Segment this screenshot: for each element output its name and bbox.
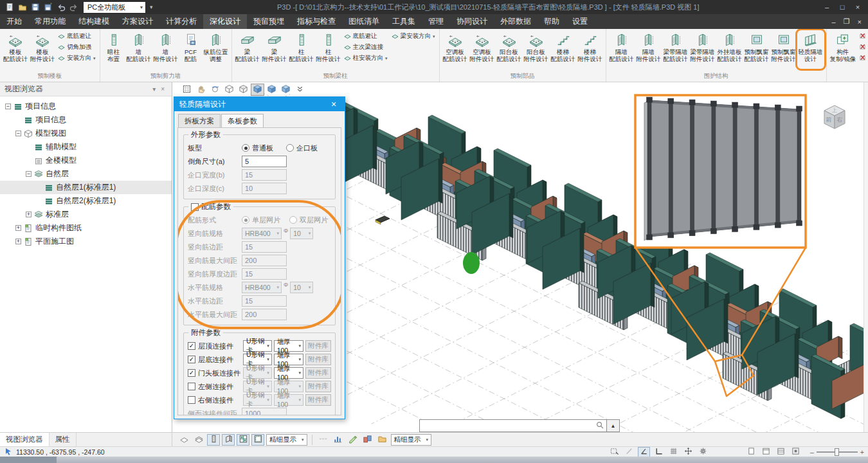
shaded-cube-button[interactable] bbox=[251, 84, 264, 96]
zoom-slider[interactable] bbox=[817, 451, 858, 453]
ribbon-tab-工具集[interactable]: 工具集 bbox=[386, 14, 422, 29]
left-connector-thickness-select[interactable]: 墙厚100▾ bbox=[274, 381, 303, 392]
tree-item-自然层1(标准层1)[interactable]: 自然层1(标准层1) bbox=[0, 181, 172, 194]
command-search-input[interactable] bbox=[422, 422, 595, 430]
fit-view-button[interactable] bbox=[790, 448, 801, 457]
minimize-button[interactable]: – bbox=[819, 3, 835, 11]
tree-item-模型视图[interactable]: −模型视图 bbox=[0, 127, 172, 140]
panel-grid-display-button[interactable] bbox=[237, 434, 249, 446]
tab-panel-params[interactable]: 条板参数 bbox=[221, 114, 264, 127]
ribbon-tab-设置[interactable]: 设置 bbox=[566, 14, 594, 29]
partition-rebar-design-button[interactable]: 隔墙配筋设计 bbox=[608, 30, 635, 71]
longitudinal-rebar-adjust-button[interactable]: 纵筋位置调整 bbox=[203, 30, 230, 71]
v-rebar-dia-select[interactable]: 10▾ bbox=[290, 228, 313, 239]
grid-snap-button[interactable] bbox=[668, 448, 679, 457]
chamfer-size-input[interactable]: 5 bbox=[242, 156, 287, 167]
zoom-out-button[interactable]: – bbox=[810, 448, 814, 456]
doc-minimize-button[interactable]: – bbox=[832, 18, 836, 26]
hiddenline-cube-button[interactable] bbox=[237, 84, 250, 96]
slab-rebar-design-button[interactable]: 楼板配筋设计 bbox=[2, 30, 29, 71]
zoom-extents-button[interactable] bbox=[180, 84, 194, 96]
tree-expander-icon[interactable]: + bbox=[26, 212, 32, 217]
stair-attachment-design-button[interactable]: 楼梯附件设计 bbox=[577, 30, 604, 71]
ribbon-tab-管理[interactable]: 管理 bbox=[422, 14, 450, 29]
line-snap-button[interactable] bbox=[624, 448, 635, 457]
ribbon-tab-指标与检查[interactable]: 指标与检查 bbox=[291, 14, 342, 29]
collapse-up-button[interactable]: ▲ bbox=[607, 419, 620, 432]
hidden-column-layout-button[interactable]: 暗柱布置 bbox=[102, 30, 125, 71]
tab-split-scheme[interactable]: 拆板方案 bbox=[178, 114, 221, 127]
dialog-titlebar[interactable]: 轻质隔墙设计 × bbox=[174, 97, 345, 111]
ribbon-tab-帮助[interactable]: 帮助 bbox=[538, 14, 566, 29]
bay-window-rebar-design-button[interactable]: 预制飘窗配筋设计 bbox=[743, 30, 770, 71]
bay-window-attachment-design-button[interactable]: 预制飘窗附件设计 bbox=[770, 30, 797, 71]
shaded-edges-cube-button[interactable] bbox=[265, 84, 278, 96]
panel-close-icon[interactable]: × bbox=[158, 86, 167, 93]
profile-select[interactable]: PC全功能板 ▾ bbox=[84, 2, 145, 13]
tree-item-项目信息[interactable]: −项目信息 bbox=[0, 100, 172, 113]
ribbon-tab-常用功能[interactable]: 常用功能 bbox=[28, 14, 72, 29]
save-icon[interactable] bbox=[30, 3, 40, 12]
floor-connector-checkbox[interactable]: ✓ bbox=[188, 356, 195, 363]
install-direction-button[interactable]: 安装方向▾ bbox=[58, 54, 96, 62]
ac-slab-attachment-design-button[interactable]: 空调板附件设计 bbox=[469, 30, 496, 71]
right-connector-checkbox[interactable] bbox=[188, 396, 195, 404]
stair-rebar-design-button[interactable]: 楼梯配筋设计 bbox=[550, 30, 577, 71]
v-rebar-max-input[interactable]: 200 bbox=[242, 255, 287, 266]
balcony-slab-rebar-design-button[interactable]: 阳台板配筋设计 bbox=[496, 30, 523, 71]
radio-normal-plate[interactable] bbox=[242, 144, 249, 152]
pcf-rebar-button[interactable]: PCF配筋 bbox=[179, 30, 203, 71]
v-rebar-thick-input[interactable]: 15 bbox=[242, 268, 287, 280]
list-view-button[interactable] bbox=[775, 448, 786, 457]
doc-restore-button[interactable]: ❐ bbox=[844, 17, 850, 26]
v-rebar-grade-select[interactable]: HRB400▾ bbox=[242, 228, 282, 239]
ribbon-tab-开始[interactable]: 开始 bbox=[0, 14, 28, 29]
zoom-slider-handle[interactable] bbox=[835, 448, 839, 456]
right-connector-library-button[interactable]: 附件库 bbox=[305, 394, 331, 406]
balcony-slab-attachment-design-button[interactable]: 阳台板附件设计 bbox=[523, 30, 550, 71]
beam-attachment-design-button[interactable]: 梁附件设计 bbox=[261, 30, 288, 71]
lightweight-partition-design-button[interactable]: 轻质隔墙设计 bbox=[797, 30, 824, 71]
tree-item-全楼模型[interactable]: 全楼模型 bbox=[0, 154, 172, 167]
new-view-button[interactable] bbox=[746, 448, 757, 457]
tree-item-标准层[interactable]: +标准层 bbox=[0, 208, 172, 221]
tree-expander-icon[interactable]: + bbox=[15, 239, 21, 244]
wall-rebar-design-button[interactable]: 墙配筋设计 bbox=[125, 30, 152, 71]
section-line-display-button[interactable] bbox=[317, 434, 330, 446]
pan-button[interactable] bbox=[194, 84, 208, 96]
door-head-connector-thickness-select[interactable]: 墙厚100▾ bbox=[274, 367, 303, 379]
left-connector-checkbox[interactable] bbox=[188, 383, 195, 390]
panel-frame-display-button[interactable] bbox=[251, 434, 264, 446]
undo-icon[interactable] bbox=[56, 3, 66, 12]
h-rebar-grade-select[interactable]: HRB400▾ bbox=[242, 282, 282, 293]
tree-expander-icon[interactable]: − bbox=[26, 171, 32, 177]
panel-pin-icon[interactable]: ▾ bbox=[150, 86, 158, 93]
angle-snap-button[interactable] bbox=[638, 448, 649, 457]
beam-partition-attachment-design-button[interactable]: 梁带隔墙附件设计 bbox=[689, 30, 716, 71]
cladding-panel-rebar-design-button[interactable]: 外挂墙板配筋设计 bbox=[716, 30, 743, 71]
tree-expander-icon[interactable]: − bbox=[15, 131, 21, 136]
right-connector-type-select[interactable]: U形钢卡▾ bbox=[243, 394, 272, 406]
ribbon-tab-图纸清单[interactable]: 图纸清单 bbox=[342, 14, 386, 29]
bottom-rebar-avoid-button[interactable]: 底筋避让 bbox=[58, 32, 96, 41]
ribbon-tab-外部数据[interactable]: 外部数据 bbox=[494, 14, 538, 29]
radio-groove-plate[interactable] bbox=[286, 144, 294, 152]
delete-component-button[interactable]: 删除构件 bbox=[859, 32, 868, 41]
orbit-button[interactable] bbox=[208, 84, 222, 96]
tree-item-自然层[interactable]: −自然层 bbox=[0, 167, 172, 181]
left-connector-library-button[interactable]: 附件库 bbox=[305, 381, 331, 392]
groove-width-input[interactable]: 15 bbox=[242, 169, 287, 181]
partition-attachment-design-button[interactable]: 隔墙附件设计 bbox=[635, 30, 662, 71]
panel-tab-视图浏览器[interactable]: 视图浏览器 bbox=[0, 433, 50, 446]
h-rebar-edge-input[interactable]: 15 bbox=[242, 295, 287, 307]
toolbar-options-icon[interactable]: ▾ bbox=[150, 4, 153, 10]
detail-display-select-2[interactable]: 精细显示▾ bbox=[391, 434, 432, 446]
detail-display-select[interactable]: 精细显示▾ bbox=[266, 434, 307, 446]
beam-partition-rebar-design-button[interactable]: 梁带隔墙配筋设计 bbox=[662, 30, 689, 71]
v-rebar-edge-input[interactable]: 15 bbox=[242, 241, 287, 253]
new-file-icon[interactable] bbox=[5, 3, 14, 12]
ribbon-tab-预留预埋[interactable]: 预留预埋 bbox=[247, 14, 291, 29]
slab-stack-display-button[interactable] bbox=[192, 434, 205, 446]
floor-connector-thickness-select[interactable]: 墙厚100▾ bbox=[274, 354, 303, 365]
ribbon-tab-协同设计[interactable]: 协同设计 bbox=[450, 14, 494, 29]
